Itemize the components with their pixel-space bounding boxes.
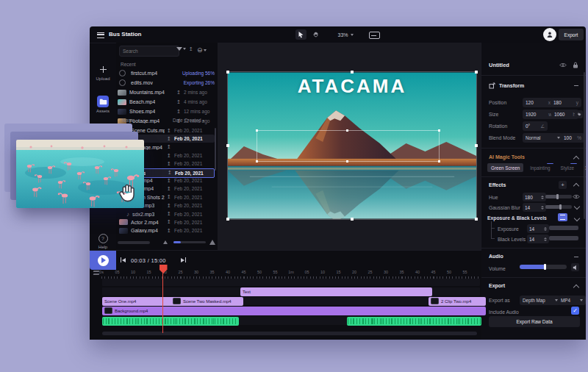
blend-mode-dropdown[interactable]: Normal: [523, 133, 563, 143]
collapse-icon[interactable]: [574, 257, 578, 257]
volume-slider[interactable]: [520, 265, 567, 269]
clip-text[interactable]: Text: [240, 287, 432, 296]
recent-item[interactable]: Beach.mp4↥4 mins ago: [118, 98, 215, 106]
help-button[interactable]: ? Help: [90, 234, 116, 249]
gaussian-blur-stepper[interactable]: 14: [523, 203, 546, 212]
expand-icon[interactable]: [574, 204, 580, 210]
recent-item[interactable]: firstcut.mp4Uploading 56%: [118, 69, 215, 77]
resize-handle[interactable]: [226, 144, 229, 147]
resize-handle[interactable]: [256, 129, 258, 132]
visibility-icon[interactable]: [573, 194, 580, 199]
document-title[interactable]: Untitled: [489, 62, 509, 68]
resize-handle[interactable]: [351, 218, 354, 221]
gaussian-blur-slider[interactable]: [545, 205, 572, 209]
ruler-tick-label: 40: [226, 270, 230, 274]
preview-canvas[interactable]: ATACAMA: [218, 43, 481, 250]
opacity-input[interactable]: 100%: [561, 133, 584, 143]
adjustment-button[interactable]: [558, 213, 567, 221]
search-input[interactable]: [119, 46, 179, 57]
clip-scene-two[interactable]: Scene Two Masked.mp4: [171, 297, 243, 306]
clip-two[interactable]: 2 Clip Two.mp4: [429, 297, 486, 306]
link-dimensions-button[interactable]: [575, 110, 583, 118]
skip-forward-button[interactable]: [181, 257, 186, 262]
exposure-stepper[interactable]: 14: [527, 224, 549, 233]
filter-button[interactable]: [176, 47, 186, 51]
recent-item[interactable]: Shoes.mp4↥12 mins ago: [118, 107, 215, 115]
column-name[interactable]: Name: [122, 118, 135, 123]
audio-clip[interactable]: [102, 317, 239, 326]
resize-handle[interactable]: [475, 144, 478, 147]
video-frame[interactable]: ATACAMA: [228, 72, 476, 219]
skip-back-button[interactable]: [121, 257, 126, 262]
collapse-icon[interactable]: [573, 156, 579, 162]
file-row[interactable]: Actor 2.mp4↥Feb 20, 2021: [118, 218, 215, 226]
list-scrollbar[interactable]: [215, 128, 216, 171]
resize-handle[interactable]: [226, 218, 229, 221]
resize-handle[interactable]: [226, 71, 229, 74]
resize-handle[interactable]: [475, 71, 478, 74]
clip-background[interactable]: Background.mp4: [102, 307, 486, 315]
resize-handle[interactable]: [438, 160, 440, 162]
collapse-icon[interactable]: [574, 85, 578, 86]
file-row[interactable]: Galaxy.mp4↥Feb 20, 2021: [118, 226, 215, 235]
ai-magic-tools-header[interactable]: AI Magic Tools: [489, 154, 525, 160]
black-levels-slider[interactable]: [549, 236, 578, 240]
sidebar-item-assets[interactable]: Assets: [90, 96, 116, 113]
resize-handle[interactable]: [346, 160, 348, 162]
ai-chip-inpainting[interactable]: Inpainting: [526, 163, 553, 172]
export-container-dropdown[interactable]: MP4: [558, 296, 586, 305]
upload-file-button[interactable]: ↥: [189, 46, 193, 52]
collapse-icon[interactable]: [573, 183, 579, 189]
recent-item[interactable]: Mountains.mp4↥2 mins ago: [118, 88, 215, 96]
collapse-icon[interactable]: [573, 285, 579, 290]
recent-item[interactable]: edits.movExporting 26%: [118, 79, 215, 87]
select-tool-button[interactable]: [295, 29, 306, 40]
column-date-created[interactable]: Date Created ▾: [173, 118, 204, 123]
expand-icon[interactable]: [574, 215, 580, 221]
lock-icon[interactable]: [573, 62, 578, 68]
ai-chip-green-screen[interactable]: Green Screen: [487, 163, 523, 172]
display-icon[interactable]: [369, 32, 380, 39]
effects-header[interactable]: Effects: [489, 182, 506, 187]
audio-header[interactable]: Audio: [489, 254, 503, 259]
rotation-input[interactable]: 0°∠: [523, 121, 548, 131]
eye-icon[interactable]: [559, 62, 567, 68]
export-raw-data-button[interactable]: Export Raw Data: [489, 316, 580, 327]
video-title-text[interactable]: ATACAMA: [228, 75, 476, 98]
resize-handle[interactable]: [346, 129, 348, 132]
dragged-asset-card[interactable]: [4, 124, 151, 219]
hue-stepper[interactable]: 180: [523, 193, 546, 201]
hand-tool-button[interactable]: [310, 29, 321, 40]
track-row[interactable]: [102, 279, 480, 286]
resize-handle[interactable]: [351, 71, 354, 74]
transform-header[interactable]: Transform: [499, 83, 524, 88]
sort-button[interactable]: ⊖: [197, 46, 207, 54]
resize-handle[interactable]: [438, 129, 440, 132]
inspector-scrollbar[interactable]: [584, 72, 585, 219]
ai-chip-stylize[interactable]: Stylize: [557, 163, 578, 172]
add-effect-button[interactable]: +: [559, 181, 567, 189]
black-levels-stepper[interactable]: 14: [527, 235, 549, 243]
play-button[interactable]: [90, 251, 116, 270]
export-section-header[interactable]: Export: [489, 283, 505, 288]
text-layer-selection[interactable]: [257, 130, 440, 162]
hue-slider[interactable]: [545, 195, 572, 198]
avatar[interactable]: [543, 28, 556, 41]
export-format-dropdown[interactable]: Depth Map: [520, 296, 561, 305]
resize-handle[interactable]: [475, 218, 478, 221]
export-button[interactable]: Export: [559, 29, 584, 40]
position-x-input[interactable]: 120x: [523, 98, 553, 107]
include-audio-checkbox[interactable]: ✓: [571, 307, 579, 315]
menu-icon[interactable]: [97, 32, 104, 38]
sidebar-item-upload[interactable]: Upload: [90, 63, 116, 81]
mute-button[interactable]: [571, 263, 579, 271]
size-width-input[interactable]: 1920w: [523, 110, 555, 119]
exposure-slider[interactable]: [549, 226, 578, 230]
timeline-scrollbar[interactable]: [102, 332, 477, 335]
resize-handle[interactable]: [256, 160, 258, 162]
audio-clip[interactable]: [347, 317, 481, 326]
thumbnail-zoom-slider[interactable]: [173, 241, 206, 243]
zoom-level-dropdown[interactable]: 33%: [329, 29, 362, 40]
position-y-input[interactable]: 180y: [551, 98, 581, 107]
panel-hscrollbar[interactable]: [118, 241, 150, 244]
